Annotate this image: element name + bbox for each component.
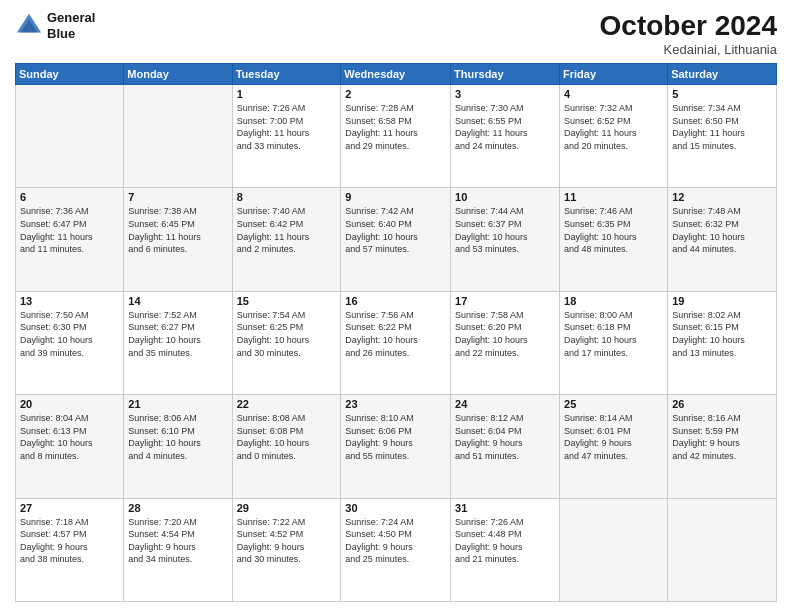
calendar-cell: 22Sunrise: 8:08 AM Sunset: 6:08 PM Dayli… <box>232 395 341 498</box>
day-number: 18 <box>564 295 663 307</box>
calendar-cell: 20Sunrise: 8:04 AM Sunset: 6:13 PM Dayli… <box>16 395 124 498</box>
calendar-cell: 26Sunrise: 8:16 AM Sunset: 5:59 PM Dayli… <box>668 395 777 498</box>
calendar-cell: 7Sunrise: 7:38 AM Sunset: 6:45 PM Daylig… <box>124 188 232 291</box>
day-number: 3 <box>455 88 555 100</box>
day-info: Sunrise: 7:44 AM Sunset: 6:37 PM Dayligh… <box>455 205 555 255</box>
day-number: 8 <box>237 191 337 203</box>
calendar-cell: 28Sunrise: 7:20 AM Sunset: 4:54 PM Dayli… <box>124 498 232 601</box>
day-number: 20 <box>20 398 119 410</box>
month-title: October 2024 <box>600 10 777 42</box>
weekday-header: Wednesday <box>341 64 451 85</box>
calendar-cell: 14Sunrise: 7:52 AM Sunset: 6:27 PM Dayli… <box>124 291 232 394</box>
day-number: 14 <box>128 295 227 307</box>
day-number: 5 <box>672 88 772 100</box>
calendar-table: SundayMondayTuesdayWednesdayThursdayFrid… <box>15 63 777 602</box>
header: General Blue October 2024 Kedainiai, Lit… <box>15 10 777 57</box>
calendar-cell: 24Sunrise: 8:12 AM Sunset: 6:04 PM Dayli… <box>451 395 560 498</box>
day-number: 25 <box>564 398 663 410</box>
title-section: October 2024 Kedainiai, Lithuania <box>600 10 777 57</box>
weekday-header: Friday <box>560 64 668 85</box>
day-info: Sunrise: 7:38 AM Sunset: 6:45 PM Dayligh… <box>128 205 227 255</box>
calendar-cell: 16Sunrise: 7:56 AM Sunset: 6:22 PM Dayli… <box>341 291 451 394</box>
day-number: 24 <box>455 398 555 410</box>
day-info: Sunrise: 7:30 AM Sunset: 6:55 PM Dayligh… <box>455 102 555 152</box>
logo-icon <box>15 12 43 40</box>
day-number: 10 <box>455 191 555 203</box>
day-number: 4 <box>564 88 663 100</box>
logo-line1: General <box>47 10 95 26</box>
day-info: Sunrise: 7:42 AM Sunset: 6:40 PM Dayligh… <box>345 205 446 255</box>
day-number: 9 <box>345 191 446 203</box>
day-number: 31 <box>455 502 555 514</box>
day-info: Sunrise: 7:22 AM Sunset: 4:52 PM Dayligh… <box>237 516 337 566</box>
day-number: 26 <box>672 398 772 410</box>
day-number: 1 <box>237 88 337 100</box>
weekday-header: Monday <box>124 64 232 85</box>
day-info: Sunrise: 7:26 AM Sunset: 4:48 PM Dayligh… <box>455 516 555 566</box>
calendar-cell: 12Sunrise: 7:48 AM Sunset: 6:32 PM Dayli… <box>668 188 777 291</box>
calendar-cell: 30Sunrise: 7:24 AM Sunset: 4:50 PM Dayli… <box>341 498 451 601</box>
day-number: 29 <box>237 502 337 514</box>
day-number: 19 <box>672 295 772 307</box>
day-info: Sunrise: 7:46 AM Sunset: 6:35 PM Dayligh… <box>564 205 663 255</box>
day-number: 30 <box>345 502 446 514</box>
day-info: Sunrise: 7:52 AM Sunset: 6:27 PM Dayligh… <box>128 309 227 359</box>
day-info: Sunrise: 7:32 AM Sunset: 6:52 PM Dayligh… <box>564 102 663 152</box>
calendar-row: 20Sunrise: 8:04 AM Sunset: 6:13 PM Dayli… <box>16 395 777 498</box>
day-info: Sunrise: 7:20 AM Sunset: 4:54 PM Dayligh… <box>128 516 227 566</box>
day-info: Sunrise: 7:48 AM Sunset: 6:32 PM Dayligh… <box>672 205 772 255</box>
day-info: Sunrise: 8:12 AM Sunset: 6:04 PM Dayligh… <box>455 412 555 462</box>
day-info: Sunrise: 7:24 AM Sunset: 4:50 PM Dayligh… <box>345 516 446 566</box>
calendar-cell: 10Sunrise: 7:44 AM Sunset: 6:37 PM Dayli… <box>451 188 560 291</box>
calendar-cell: 5Sunrise: 7:34 AM Sunset: 6:50 PM Daylig… <box>668 85 777 188</box>
day-info: Sunrise: 7:18 AM Sunset: 4:57 PM Dayligh… <box>20 516 119 566</box>
day-info: Sunrise: 7:58 AM Sunset: 6:20 PM Dayligh… <box>455 309 555 359</box>
day-number: 13 <box>20 295 119 307</box>
calendar-cell: 31Sunrise: 7:26 AM Sunset: 4:48 PM Dayli… <box>451 498 560 601</box>
day-number: 11 <box>564 191 663 203</box>
calendar-cell: 6Sunrise: 7:36 AM Sunset: 6:47 PM Daylig… <box>16 188 124 291</box>
weekday-header: Saturday <box>668 64 777 85</box>
calendar-cell: 17Sunrise: 7:58 AM Sunset: 6:20 PM Dayli… <box>451 291 560 394</box>
day-info: Sunrise: 7:54 AM Sunset: 6:25 PM Dayligh… <box>237 309 337 359</box>
day-info: Sunrise: 8:16 AM Sunset: 5:59 PM Dayligh… <box>672 412 772 462</box>
weekday-header: Thursday <box>451 64 560 85</box>
calendar-cell: 8Sunrise: 7:40 AM Sunset: 6:42 PM Daylig… <box>232 188 341 291</box>
day-number: 28 <box>128 502 227 514</box>
logo: General Blue <box>15 10 95 41</box>
day-info: Sunrise: 8:06 AM Sunset: 6:10 PM Dayligh… <box>128 412 227 462</box>
calendar-cell: 9Sunrise: 7:42 AM Sunset: 6:40 PM Daylig… <box>341 188 451 291</box>
calendar-row: 1Sunrise: 7:26 AM Sunset: 7:00 PM Daylig… <box>16 85 777 188</box>
calendar-cell: 4Sunrise: 7:32 AM Sunset: 6:52 PM Daylig… <box>560 85 668 188</box>
calendar-row: 27Sunrise: 7:18 AM Sunset: 4:57 PM Dayli… <box>16 498 777 601</box>
day-number: 15 <box>237 295 337 307</box>
calendar-cell: 27Sunrise: 7:18 AM Sunset: 4:57 PM Dayli… <box>16 498 124 601</box>
day-number: 17 <box>455 295 555 307</box>
day-number: 21 <box>128 398 227 410</box>
day-info: Sunrise: 8:14 AM Sunset: 6:01 PM Dayligh… <box>564 412 663 462</box>
calendar-row: 13Sunrise: 7:50 AM Sunset: 6:30 PM Dayli… <box>16 291 777 394</box>
calendar-cell: 13Sunrise: 7:50 AM Sunset: 6:30 PM Dayli… <box>16 291 124 394</box>
day-number: 6 <box>20 191 119 203</box>
day-info: Sunrise: 7:28 AM Sunset: 6:58 PM Dayligh… <box>345 102 446 152</box>
day-number: 7 <box>128 191 227 203</box>
calendar-cell: 1Sunrise: 7:26 AM Sunset: 7:00 PM Daylig… <box>232 85 341 188</box>
day-number: 22 <box>237 398 337 410</box>
day-number: 2 <box>345 88 446 100</box>
calendar-cell: 23Sunrise: 8:10 AM Sunset: 6:06 PM Dayli… <box>341 395 451 498</box>
day-info: Sunrise: 8:10 AM Sunset: 6:06 PM Dayligh… <box>345 412 446 462</box>
day-info: Sunrise: 8:08 AM Sunset: 6:08 PM Dayligh… <box>237 412 337 462</box>
logo-line2: Blue <box>47 26 95 42</box>
day-number: 16 <box>345 295 446 307</box>
calendar-cell: 25Sunrise: 8:14 AM Sunset: 6:01 PM Dayli… <box>560 395 668 498</box>
day-info: Sunrise: 7:56 AM Sunset: 6:22 PM Dayligh… <box>345 309 446 359</box>
day-number: 12 <box>672 191 772 203</box>
calendar-cell: 3Sunrise: 7:30 AM Sunset: 6:55 PM Daylig… <box>451 85 560 188</box>
day-number: 27 <box>20 502 119 514</box>
day-info: Sunrise: 7:34 AM Sunset: 6:50 PM Dayligh… <box>672 102 772 152</box>
calendar-cell: 15Sunrise: 7:54 AM Sunset: 6:25 PM Dayli… <box>232 291 341 394</box>
location-subtitle: Kedainiai, Lithuania <box>600 42 777 57</box>
calendar-cell <box>668 498 777 601</box>
calendar-cell: 29Sunrise: 7:22 AM Sunset: 4:52 PM Dayli… <box>232 498 341 601</box>
day-info: Sunrise: 7:50 AM Sunset: 6:30 PM Dayligh… <box>20 309 119 359</box>
